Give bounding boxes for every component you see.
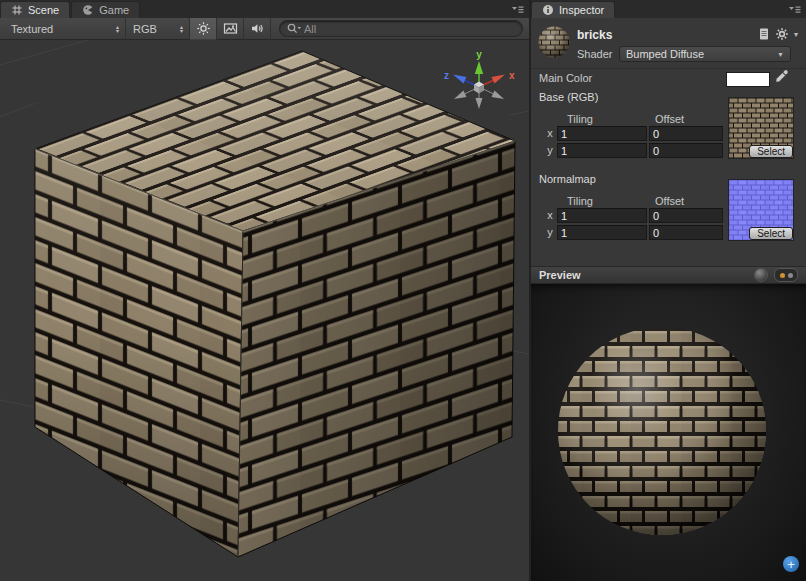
normalmap-section: Normalmap Tiling Offset x y Select — [531, 170, 806, 252]
inspector-pane-menu-icon[interactable] — [788, 4, 801, 15]
scene-grid-icon — [11, 4, 23, 16]
normalmap-tiling-y-input[interactable] — [557, 225, 647, 240]
axis-y-label: y — [546, 226, 554, 238]
inspector-tabstrip: Inspector — [531, 0, 806, 18]
scene-tabstrip: Scene Game — [0, 0, 529, 18]
normalmap-offset-y-input[interactable] — [649, 225, 723, 240]
normalmap-texture-thumbnail[interactable]: Select — [728, 179, 794, 241]
tiling-header: Tiling — [567, 113, 593, 125]
help-icon[interactable] — [758, 27, 770, 41]
preview-light-toggle-icon[interactable] — [774, 268, 798, 282]
scene-pane-menu-icon[interactable] — [511, 4, 524, 15]
unity-editor-window: Scene Game Texture — [0, 0, 806, 581]
preview-header[interactable]: Preview — [531, 266, 806, 284]
base-offset-x-input[interactable] — [649, 126, 723, 141]
search-icon — [286, 22, 302, 36]
image-icon — [223, 21, 238, 36]
preview-sphere-shading — [558, 327, 766, 535]
gizmo-y-label: y — [476, 49, 482, 60]
scene-viewport[interactable]: y x z — [0, 40, 529, 581]
axis-x-label: x — [546, 209, 554, 221]
material-sphere-icon[interactable] — [537, 25, 571, 59]
gizmo-z-axis[interactable]: z — [444, 70, 475, 85]
context-menu-arrow-icon[interactable]: ▾ — [794, 30, 798, 39]
axis-y-label: y — [546, 144, 554, 156]
game-icon — [82, 4, 94, 16]
main-color-label: Main Color — [539, 72, 592, 84]
sun-icon — [196, 21, 211, 36]
scene-panel: Scene Game Texture — [0, 0, 529, 581]
scene-effects-toggle[interactable] — [217, 18, 244, 40]
normalmap-offset-x-input[interactable] — [649, 208, 723, 223]
updown-arrows-icon: ▴▾ — [116, 25, 119, 33]
brick-cube[interactable] — [35, 51, 515, 557]
info-icon — [542, 4, 554, 16]
preview-sphere-canvas[interactable] — [531, 284, 806, 581]
scene-search-field[interactable] — [279, 20, 523, 37]
base-tiling-y-input[interactable] — [557, 143, 647, 158]
shader-value: Bumped Diffuse — [626, 48, 704, 60]
eyedropper-icon[interactable] — [774, 69, 789, 84]
tab-inspector[interactable]: Inspector — [531, 1, 615, 18]
offset-header: Offset — [655, 195, 684, 207]
shader-dropdown[interactable]: Bumped Diffuse ▼ — [619, 46, 791, 62]
render-mode-value: RGB — [133, 23, 175, 35]
base-texture-thumbnail[interactable]: Select — [728, 97, 794, 159]
tab-game-label: Game — [99, 4, 129, 16]
axis-x-label: x — [546, 127, 554, 139]
gizmo-center-cube[interactable] — [474, 82, 484, 94]
gizmo-y-axis[interactable]: y — [475, 49, 483, 84]
material-name: bricks — [577, 28, 612, 42]
base-select-button[interactable]: Select — [749, 145, 793, 158]
main-color-swatch[interactable] — [726, 72, 770, 87]
plus-icon[interactable]: + — [783, 556, 799, 572]
section-title: Base (RGB) — [539, 91, 598, 103]
scene-lighting-toggle[interactable] — [190, 18, 217, 40]
dropdown-arrow-icon: ▼ — [777, 51, 784, 58]
inspector-panel: Inspector bricks Shader Bumped Diffuse — [529, 0, 806, 581]
preview-model-icon[interactable] — [754, 268, 768, 282]
tab-game[interactable]: Game — [71, 1, 140, 18]
normalmap-tiling-x-input[interactable] — [557, 208, 647, 223]
speaker-icon — [250, 21, 265, 36]
scene-canvas[interactable]: y x z — [0, 40, 529, 581]
material-header: bricks Shader Bumped Diffuse ▼ — [531, 19, 806, 69]
section-title: Normalmap — [539, 173, 596, 185]
material-header-icons: ▾ — [758, 27, 798, 41]
preview-title: Preview — [539, 269, 581, 281]
tab-scene-label: Scene — [28, 4, 59, 16]
offset-header: Offset — [655, 113, 684, 125]
tiling-header: Tiling — [567, 195, 593, 207]
gizmo-x-axis[interactable]: x — [483, 70, 515, 85]
base-rgb-section: Base (RGB) Tiling Offset x y Select — [531, 88, 806, 170]
scene-toolbar: Textured ▴▾ RGB ▴▾ — [0, 18, 529, 40]
base-tiling-x-input[interactable] — [557, 126, 647, 141]
base-offset-y-input[interactable] — [649, 143, 723, 158]
gizmo-x-label: x — [509, 70, 515, 81]
render-mode-dropdown[interactable]: RGB ▴▾ — [126, 18, 190, 40]
shader-label: Shader — [577, 48, 612, 60]
normalmap-select-button[interactable]: Select — [749, 227, 793, 240]
preview-header-icons — [754, 268, 798, 282]
gear-icon[interactable] — [775, 27, 789, 41]
material-preview-area[interactable]: + — [531, 284, 806, 581]
tab-scene[interactable]: Scene — [0, 1, 70, 18]
tab-inspector-label: Inspector — [559, 4, 604, 16]
draw-mode-value: Textured — [11, 23, 111, 35]
scene-audio-toggle[interactable] — [244, 18, 271, 40]
gizmo-z-label: z — [444, 70, 449, 81]
scene-orientation-gizmo[interactable]: y x z — [444, 49, 515, 109]
draw-mode-dropdown[interactable]: Textured ▴▾ — [4, 18, 126, 40]
updown-arrows-icon: ▴▾ — [180, 25, 183, 33]
search-input[interactable] — [304, 23, 516, 35]
